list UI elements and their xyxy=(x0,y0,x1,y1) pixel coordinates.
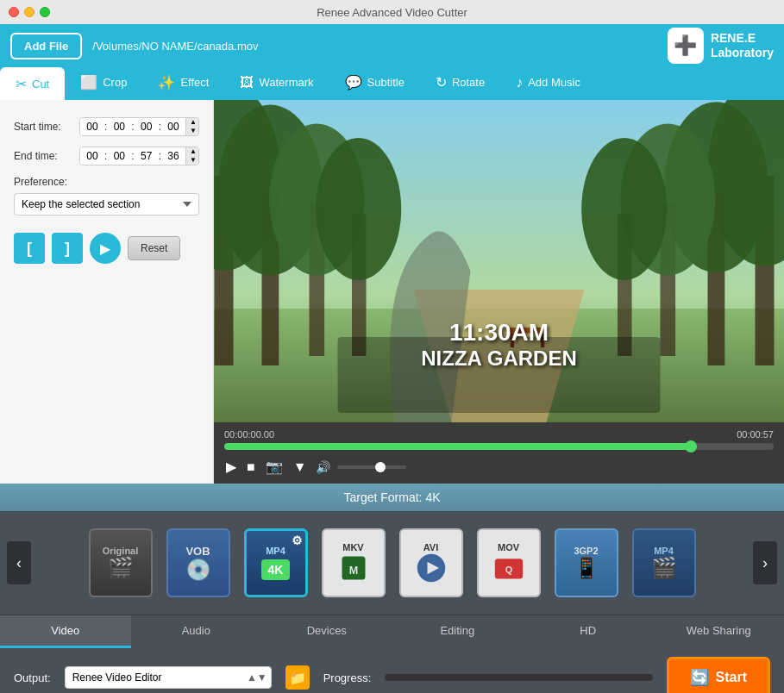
start-time-spinner[interactable]: ▲ ▼ xyxy=(185,118,199,135)
start-time-input[interactable]: 00 : 00 : 00 : 00 ▲ ▼ xyxy=(79,117,199,136)
titlebar: Renee Advanced Video Cutter xyxy=(0,0,784,24)
timeline-start: 00:00:00.00 xyxy=(224,429,274,440)
cut-icon: ✂ xyxy=(16,76,27,92)
cat-tab-video[interactable]: Video xyxy=(0,615,131,648)
end-time-label: End time: xyxy=(14,150,74,162)
start-min[interactable]: 00 xyxy=(107,118,131,135)
progress-fill xyxy=(224,443,691,450)
video-time-text: 11:30AM xyxy=(421,319,576,346)
playback-controls: ▶ ■ 📷 ▼ 🔊 xyxy=(224,457,774,477)
file-path: /Volumes/NO NAME/canada.mov xyxy=(92,40,657,53)
video-overlay: 11:30AM NIZZA GARDEN xyxy=(421,319,576,371)
preview-play-button[interactable]: ▶ xyxy=(90,233,121,264)
close-button[interactable] xyxy=(9,7,19,17)
svg-point-18 xyxy=(581,138,667,280)
output-label: Output: xyxy=(14,671,51,684)
add-file-button[interactable]: Add File xyxy=(10,33,82,59)
progress-label: Progress: xyxy=(323,671,372,684)
stop-button[interactable]: ■ xyxy=(245,458,257,477)
subtitle-icon: 💬 xyxy=(345,74,362,91)
format-item-avi[interactable]: AVI xyxy=(399,528,463,597)
video-background xyxy=(214,100,784,422)
tab-subtitle[interactable]: 💬 Subtitle xyxy=(329,67,420,100)
end-time-down[interactable]: ▼ xyxy=(186,156,199,165)
bottom-section: Target Format: 4K ‹ Original 🎬 VOB 💿 xyxy=(0,484,784,693)
preference-select[interactable]: Keep the selected section Remove the sel… xyxy=(14,193,199,215)
video-location-text: NIZZA GARDEN xyxy=(421,346,576,371)
crop-icon: ⬜ xyxy=(80,74,97,91)
cat-tab-hd[interactable]: HD xyxy=(523,615,654,648)
logo-area: ➕ RENE.E Laboratory xyxy=(668,28,774,64)
cat-tab-audio[interactable]: Audio xyxy=(131,615,262,648)
format-item-mkv[interactable]: MKV M xyxy=(322,528,386,597)
svg-text:M: M xyxy=(348,565,358,577)
format-item-mp4-4k[interactable]: MP4 4K ⚙ xyxy=(244,528,308,597)
svg-point-10 xyxy=(316,138,401,280)
start-button[interactable]: 🔄 Start xyxy=(667,657,770,693)
end-bracket-button[interactable]: ] xyxy=(52,233,83,264)
main-content: Start time: 00 : 00 : 00 : 00 ▲ ▼ End xyxy=(0,100,784,484)
scroll-left-button[interactable]: ‹ xyxy=(7,541,31,584)
end-min[interactable]: 00 xyxy=(107,147,131,165)
volume-track[interactable] xyxy=(337,465,406,469)
left-panel: Start time: 00 : 00 : 00 : 00 ▲ ▼ End xyxy=(0,100,214,484)
volume-icon: 🔊 xyxy=(316,460,330,474)
window-title: Renee Advanced Video Cutter xyxy=(317,6,467,19)
format-item-3gp2[interactable]: 3GP2 📱 xyxy=(555,528,618,597)
format-item-mp4[interactable]: MP4 🎬 xyxy=(632,528,696,597)
start-hour[interactable]: 00 xyxy=(80,118,104,135)
format-item-mov[interactable]: MOV Q xyxy=(477,528,541,597)
end-time-up[interactable]: ▲ xyxy=(186,147,199,156)
screenshot-button[interactable]: 📷 xyxy=(264,457,285,477)
format-item-vob[interactable]: VOB 💿 xyxy=(166,528,230,597)
end-sec[interactable]: 57 xyxy=(135,147,159,165)
cat-tab-devices[interactable]: Devices xyxy=(261,615,392,648)
end-hour[interactable]: 00 xyxy=(80,147,104,165)
cat-tab-editing[interactable]: Editing xyxy=(392,615,524,648)
tab-cut[interactable]: ✂ Cut xyxy=(0,67,65,100)
format-thumb-mp4: MP4 🎬 xyxy=(632,528,696,597)
start-bracket-button[interactable]: [ xyxy=(14,233,45,264)
timeline-times: 00:00:00.00 00:00:57 xyxy=(224,429,774,440)
logo-text: RENE.E Laboratory xyxy=(711,31,774,60)
cut-buttons: [ ] ▶ Reset xyxy=(14,233,199,264)
folder-button[interactable]: 📁 xyxy=(285,665,310,690)
cat-tab-web-sharing[interactable]: Web Sharing xyxy=(654,615,785,648)
format-item-original[interactable]: Original 🎬 xyxy=(89,528,153,597)
output-row: Output: Renee Video Editor ▲▼ 📁 Progress… xyxy=(0,648,784,693)
format-thumb-3gp2: 3GP2 📱 xyxy=(555,528,618,597)
output-dropdown-button[interactable]: ▲▼ xyxy=(243,668,271,687)
tab-effect[interactable]: ✨ Effect xyxy=(142,67,224,100)
video-area: 11:30AM NIZZA GARDEN xyxy=(214,100,784,422)
logo-icon: ➕ xyxy=(668,28,704,64)
effect-icon: ✨ xyxy=(158,74,175,91)
scroll-right-button[interactable]: › xyxy=(753,541,777,584)
progress-track[interactable] xyxy=(224,443,774,450)
progress-thumb xyxy=(685,440,697,453)
minimize-button[interactable] xyxy=(24,7,34,17)
reset-button[interactable]: Reset xyxy=(128,236,180,260)
play-button[interactable]: ▶ xyxy=(224,457,238,477)
start-ms[interactable]: 00 xyxy=(161,118,185,135)
start-sec[interactable]: 00 xyxy=(135,118,159,135)
start-time-down[interactable]: ▼ xyxy=(186,127,199,135)
end-time-spinner[interactable]: ▲ ▼ xyxy=(185,147,199,165)
format-thumb-mov: MOV Q xyxy=(477,528,541,597)
tab-watermark[interactable]: 🖼 Watermark xyxy=(224,67,329,100)
tab-rotate[interactable]: ↻ Rotate xyxy=(420,67,500,100)
timeline-bar: 00:00:00.00 00:00:57 ▶ ■ 📷 ▼ 🔊 xyxy=(214,422,784,484)
tab-crop[interactable]: ⬜ Crop xyxy=(65,67,142,100)
maximize-button[interactable] xyxy=(40,7,50,17)
start-label: Start xyxy=(716,670,747,685)
end-ms[interactable]: 36 xyxy=(161,147,185,165)
end-time-input[interactable]: 00 : 00 : 57 : 36 ▲ ▼ xyxy=(79,147,199,165)
output-input-wrap: Renee Video Editor ▲▼ xyxy=(65,666,272,689)
start-time-up[interactable]: ▲ xyxy=(186,118,199,127)
output-input[interactable]: Renee Video Editor xyxy=(66,667,243,688)
svg-text:Q: Q xyxy=(505,565,511,575)
tab-add-music[interactable]: ♪ Add Music xyxy=(500,67,596,100)
header: Add File /Volumes/NO NAME/canada.mov ➕ R… xyxy=(0,24,784,67)
traffic-lights xyxy=(9,7,50,17)
dropdown-button[interactable]: ▼ xyxy=(292,458,309,477)
format-thumb-original: Original 🎬 xyxy=(89,528,153,597)
